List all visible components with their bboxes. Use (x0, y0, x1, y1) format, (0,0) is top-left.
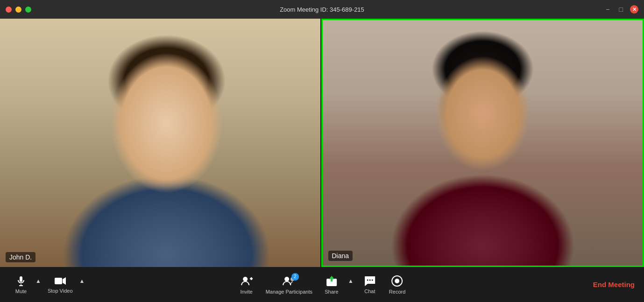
chat-icon (364, 275, 376, 287)
minimize-button[interactable]: − (603, 5, 612, 14)
stop-video-caret[interactable]: ▲ (78, 278, 86, 284)
share-label: Share (325, 289, 338, 295)
titlebar-right-controls: − □ ✕ (603, 5, 638, 14)
svg-point-16 (395, 279, 400, 283)
microphone-icon (15, 275, 27, 287)
svg-point-13 (369, 279, 370, 281)
manage-participants-label: Manage Participants (266, 289, 312, 295)
share-caret[interactable]: ▲ (347, 278, 354, 284)
camera-icon (54, 276, 66, 286)
close-traffic-light[interactable] (6, 7, 12, 13)
john-video-bg (0, 19, 320, 267)
record-icon (391, 275, 403, 287)
mute-button[interactable]: Mute (9, 274, 33, 296)
end-meeting-button[interactable]: End Meeting (593, 281, 635, 288)
chat-button[interactable]: Chat (358, 274, 382, 296)
svg-point-5 (243, 277, 248, 281)
close-button[interactable]: ✕ (630, 5, 638, 14)
toolbar: Mute ▲ Stop Video ▲ (0, 267, 644, 302)
record-button[interactable]: Record (385, 273, 409, 296)
meeting-title: Zoom Meeting ID: 345-689-215 (280, 6, 364, 13)
video-area: John D. Diana (0, 19, 644, 267)
invite-button[interactable]: Invite (235, 273, 258, 296)
window-controls (6, 7, 31, 13)
mute-caret[interactable]: ▲ (35, 278, 42, 284)
video-pane-john: John D. (0, 19, 320, 267)
mute-label: Mute (15, 288, 27, 294)
svg-point-12 (367, 279, 368, 281)
share-button[interactable]: Share (320, 273, 343, 296)
svg-rect-3 (55, 278, 62, 284)
chat-label: Chat (364, 288, 375, 294)
participants-icon: 2 (282, 275, 296, 287)
toolbar-center: Invite 2 Manage Participants (235, 273, 410, 296)
stop-video-label: Stop Video (48, 288, 73, 294)
diana-label: Diana (328, 251, 353, 261)
diana-video-bg (323, 20, 643, 266)
svg-rect-0 (20, 276, 22, 282)
toolbar-left: Mute ▲ Stop Video ▲ (9, 274, 85, 296)
share-icon (326, 275, 338, 287)
toolbar-right: End Meeting (593, 281, 635, 289)
invite-icon (241, 275, 253, 287)
minimize-traffic-light[interactable] (15, 7, 21, 13)
titlebar: Zoom Meeting ID: 345-689-215 − □ ✕ (0, 0, 644, 19)
svg-point-8 (284, 277, 289, 281)
svg-marker-4 (63, 277, 66, 285)
manage-participants-button[interactable]: 2 Manage Participants (262, 273, 316, 296)
participants-badge: 2 (291, 273, 299, 281)
video-pane-diana: Diana (321, 19, 644, 267)
svg-point-14 (371, 279, 373, 281)
stop-video-button[interactable]: Stop Video (44, 274, 77, 295)
john-label: John D. (6, 252, 35, 262)
maximize-traffic-light[interactable] (25, 7, 31, 13)
maximize-button[interactable]: □ (617, 5, 625, 14)
record-label: Record (389, 289, 405, 295)
invite-label: Invite (241, 289, 253, 295)
